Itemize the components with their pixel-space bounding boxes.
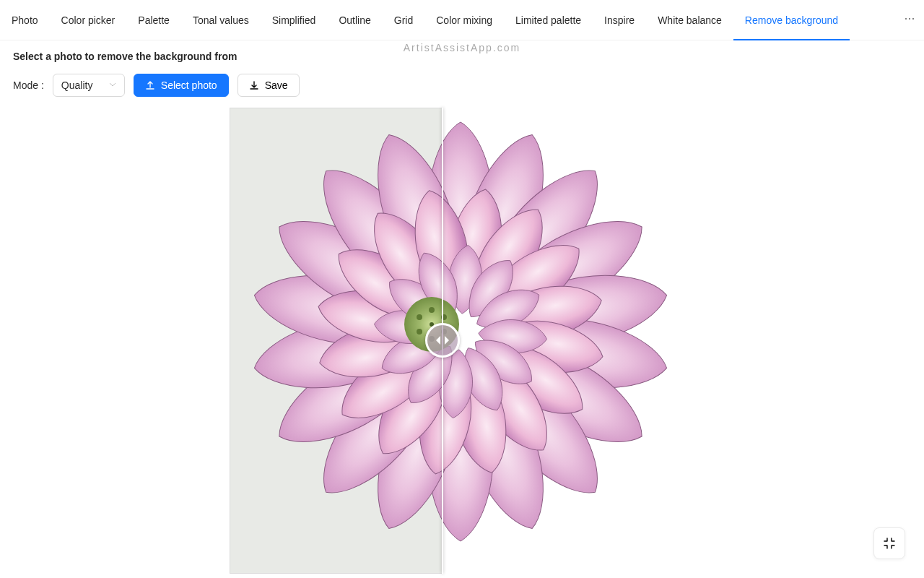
tab-color-picker[interactable]: Color picker	[50, 0, 127, 40]
save-label: Save	[265, 79, 288, 91]
compare-slider-handle[interactable]	[425, 323, 460, 358]
tab-grid[interactable]: Grid	[383, 0, 424, 40]
svg-point-0	[905, 18, 907, 20]
tab-photo[interactable]: Photo	[0, 0, 50, 40]
tab-color-mixing[interactable]: Color mixing	[424, 0, 504, 40]
controls-row: Mode : Quality Select photo	[13, 74, 911, 97]
select-photo-label: Select photo	[161, 79, 217, 91]
tab-remove-background[interactable]: Remove background	[733, 0, 850, 40]
tab-white-balance[interactable]: White balance	[646, 0, 733, 40]
mode-label: Mode :	[13, 79, 44, 91]
content-area: Select a photo to remove the background …	[0, 40, 924, 107]
compare-arrows-icon	[434, 334, 451, 347]
tab-limited-palette[interactable]: Limited palette	[504, 0, 593, 40]
compress-icon	[883, 537, 896, 550]
svg-point-2	[912, 18, 914, 20]
tab-inspire[interactable]: Inspire	[593, 0, 646, 40]
download-icon	[249, 80, 259, 90]
chevron-down-icon	[109, 81, 116, 90]
mode-select[interactable]: Quality	[53, 74, 125, 97]
tab-outline[interactable]: Outline	[327, 0, 382, 40]
mode-select-value: Quality	[61, 79, 93, 91]
svg-point-4	[429, 307, 435, 313]
tabs-overflow-button[interactable]	[895, 0, 924, 40]
select-photo-button[interactable]: Select photo	[134, 74, 229, 97]
exit-fullscreen-button[interactable]	[873, 527, 905, 559]
svg-point-1	[909, 18, 910, 20]
svg-point-9	[417, 314, 422, 320]
tab-palette[interactable]: Palette	[126, 0, 181, 40]
svg-point-8	[417, 329, 422, 335]
image-compare	[230, 108, 681, 574]
instruction-text: Select a photo to remove the background …	[13, 51, 911, 62]
main-tabs: Photo Color picker Palette Tonal values …	[0, 0, 924, 40]
save-button[interactable]: Save	[237, 74, 300, 97]
ellipsis-icon	[904, 13, 915, 27]
tab-tonal-values[interactable]: Tonal values	[181, 0, 261, 40]
flower-image	[240, 111, 681, 552]
tab-simplified[interactable]: Simplified	[261, 0, 328, 40]
upload-icon	[145, 80, 155, 90]
